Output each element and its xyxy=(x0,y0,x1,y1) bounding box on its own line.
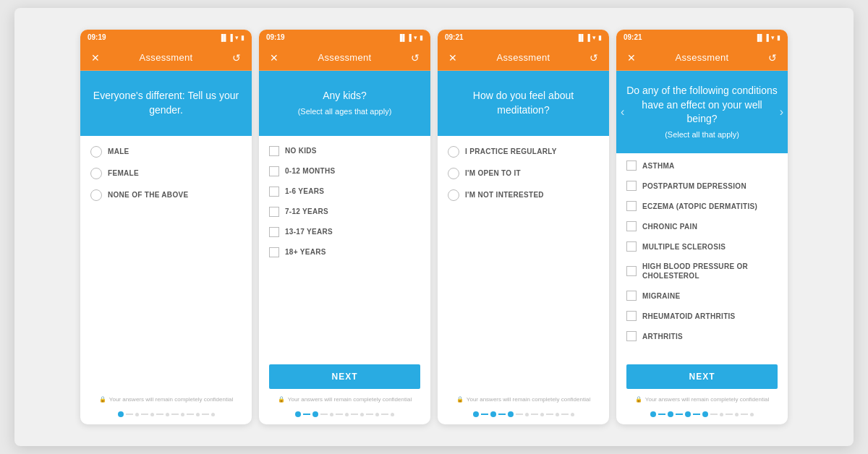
signal-icon-3: ▐▌▐ xyxy=(576,34,590,41)
option-nokids[interactable]: NO KIDS xyxy=(269,146,420,156)
label-0-12: 0-12 MONTHS xyxy=(285,166,335,176)
close-icon-4[interactable]: ✕ xyxy=(624,50,639,66)
page-wrapper: 09:19 ▐▌▐ ▾ ▮ ✕ Assessment ↺ Everyone's … xyxy=(14,8,854,446)
label-not-interested: I'M NOT INTERESTED xyxy=(465,190,544,200)
checkbox-0-12[interactable] xyxy=(269,166,279,176)
refresh-icon-4[interactable]: ↺ xyxy=(765,50,780,66)
status-bar-1: 09:19 ▐▌▐ ▾ ▮ xyxy=(80,30,252,46)
option-asthma[interactable]: ASTHMA xyxy=(626,160,778,171)
battery-icon-1: ▮ xyxy=(241,34,244,41)
checkbox-nokids[interactable] xyxy=(269,146,279,156)
radio-male[interactable] xyxy=(90,146,102,158)
refresh-icon-3[interactable]: ↺ xyxy=(586,50,602,66)
label-migraine: MIGRAINE xyxy=(642,291,680,301)
dot-3-5 xyxy=(540,413,544,416)
radio-none[interactable] xyxy=(90,189,102,201)
status-time-4: 09:21 xyxy=(624,33,642,41)
arrow-right-4[interactable]: › xyxy=(780,106,783,119)
dot-2-5 xyxy=(360,413,364,416)
option-rheumatoid[interactable]: RHEUMATOID ARTHRITIS xyxy=(626,311,778,321)
wifi-icon-3: ▾ xyxy=(592,34,596,41)
option-open[interactable]: I'M OPEN TO IT xyxy=(448,168,599,179)
nav-title-2: Assessment xyxy=(318,52,372,63)
option-ms[interactable]: MULTIPLE SCLEROSIS xyxy=(626,241,778,252)
dot-line-2-5 xyxy=(366,414,373,415)
dot-line-4-5 xyxy=(726,414,733,415)
refresh-icon-1[interactable]: ↺ xyxy=(229,50,244,66)
dot-line-1-2 xyxy=(141,414,148,415)
checkbox-postpartum[interactable] xyxy=(626,181,637,191)
dot-line-3-2 xyxy=(498,414,506,415)
close-icon-1[interactable]: ✕ xyxy=(88,50,103,66)
checkbox-migraine[interactable] xyxy=(626,291,637,301)
dot-4-2 xyxy=(668,411,673,417)
arrow-left-4[interactable]: ‹ xyxy=(621,106,624,119)
option-label-male: MALE xyxy=(108,147,129,156)
close-icon-3[interactable]: ✕ xyxy=(445,50,461,66)
label-arthritis: ARTHRITIS xyxy=(642,332,683,341)
close-icon-2[interactable]: ✕ xyxy=(266,50,282,66)
battery-icon-2: ▮ xyxy=(420,34,423,41)
checkbox-7-12[interactable] xyxy=(269,207,279,217)
phone-card-3: 09:21 ▐▌▐ ▾ ▮ ✕ Assessment ↺ How do you … xyxy=(438,30,609,424)
radio-practice[interactable] xyxy=(448,146,459,158)
next-button-4[interactable]: NEXT xyxy=(626,364,778,389)
option-postpartum[interactable]: POSTPARTUM DEPRESSION xyxy=(626,181,778,191)
option-13-17[interactable]: 13-17 YEARS xyxy=(269,227,420,237)
nav-bar-3: ✕ Assessment ↺ xyxy=(438,46,609,71)
option-18plus[interactable]: 18+ YEARS xyxy=(269,247,420,257)
option-chronic-pain[interactable]: CHRONIC PAIN xyxy=(626,221,778,231)
option-item-none[interactable]: NONE OF THE ABOVE xyxy=(90,189,242,201)
dot-3-3 xyxy=(508,411,514,417)
option-0-12[interactable]: 0-12 MONTHS xyxy=(269,166,420,176)
dot-3-6 xyxy=(556,413,559,416)
dot-2-1 xyxy=(295,411,301,417)
option-blood-pressure[interactable]: HIGH BLOOD PRESSURE OR CHOLESTEROL xyxy=(626,262,778,280)
option-arthritis[interactable]: ARTHRITIS xyxy=(626,331,778,341)
label-eczema: ECZEMA (ATOPIC DERMATITIS) xyxy=(642,202,757,211)
radio-female[interactable] xyxy=(90,168,102,179)
checkbox-blood-pressure[interactable] xyxy=(626,266,637,276)
option-eczema[interactable]: ECZEMA (ATOPIC DERMATITIS) xyxy=(626,201,778,211)
dot-2-2 xyxy=(312,411,318,417)
dot-line-1-3 xyxy=(156,414,163,415)
next-button-2[interactable]: NEXT xyxy=(269,364,420,389)
dot-line-2-2 xyxy=(320,414,328,415)
dot-4-5 xyxy=(720,413,723,416)
label-18plus: 18+ YEARS xyxy=(285,247,326,257)
option-not-interested[interactable]: I'M NOT INTERESTED xyxy=(448,189,599,201)
checkbox-ms[interactable] xyxy=(626,241,637,252)
refresh-icon-2[interactable]: ↺ xyxy=(407,50,423,66)
status-bar-4: 09:21 ▐▌▐ ▾ ▮ xyxy=(616,30,788,46)
label-practice: I PRACTICE REGULARLY xyxy=(465,147,557,156)
checkbox-13-17[interactable] xyxy=(269,227,279,237)
option-label-none: NONE OF THE ABOVE xyxy=(108,190,188,200)
dot-1-6 xyxy=(196,413,200,416)
checkbox-1-6[interactable] xyxy=(269,187,279,197)
option-1-6[interactable]: 1-6 YEARS xyxy=(269,187,420,197)
option-7-12[interactable]: 7-12 YEARS xyxy=(269,207,420,217)
status-icons-2: ▐▌▐ ▾ ▮ xyxy=(398,34,423,41)
checkbox-18plus[interactable] xyxy=(269,247,279,257)
label-chronic-pain: CHRONIC PAIN xyxy=(642,222,697,231)
dot-2-3 xyxy=(330,413,333,416)
option-item-male[interactable]: MALE xyxy=(90,146,242,158)
radio-open[interactable] xyxy=(448,168,459,179)
checkbox-chronic-pain[interactable] xyxy=(626,221,637,231)
nav-bar-2: ✕ Assessment ↺ xyxy=(259,46,430,71)
checkbox-arthritis[interactable] xyxy=(626,331,637,341)
label-rheumatoid: RHEUMATOID ARTHRITIS xyxy=(642,312,736,321)
checkbox-asthma[interactable] xyxy=(626,160,637,171)
option-migraine[interactable]: MIGRAINE xyxy=(626,291,778,301)
checkbox-eczema[interactable] xyxy=(626,201,637,211)
option-item-female[interactable]: FEMALE xyxy=(90,168,242,179)
status-bar-3: 09:21 ▐▌▐ ▾ ▮ xyxy=(438,30,609,46)
radio-not-interested[interactable] xyxy=(448,189,459,201)
label-13-17: 13-17 YEARS xyxy=(285,227,333,236)
wifi-icon-2: ▾ xyxy=(414,34,417,41)
option-practice[interactable]: I PRACTICE REGULARLY xyxy=(448,146,599,158)
question-text-1: Everyone's different: Tell us your gende… xyxy=(90,89,242,117)
confidential-1: Your answers will remain completely conf… xyxy=(80,396,252,407)
checkbox-rheumatoid[interactable] xyxy=(626,311,637,321)
question-header-4: ‹ Do any of the following conditions hav… xyxy=(616,71,788,153)
